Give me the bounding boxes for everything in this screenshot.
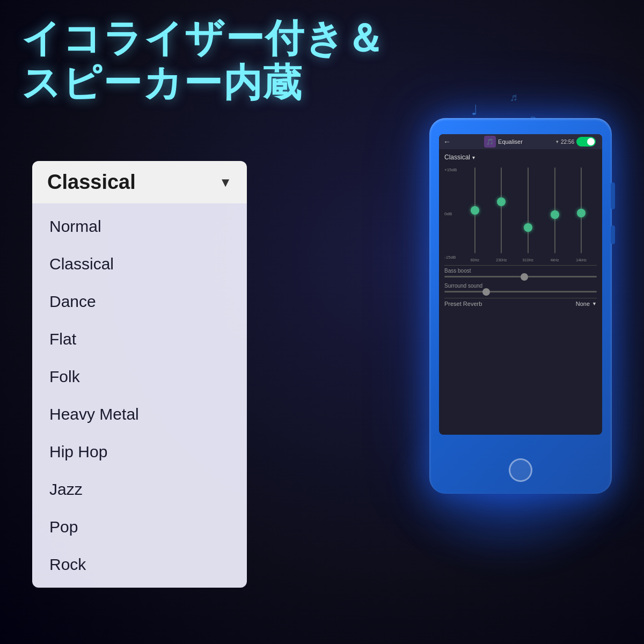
wifi-icon: ▾ (556, 139, 559, 144)
eq-track-5 (581, 167, 582, 253)
device-screen: ← 🎵 Equaliser ▾ 22:56 (439, 134, 602, 435)
eq-track-4 (554, 167, 555, 253)
eq-band-60hz[interactable]: 60Hz (463, 167, 487, 253)
preset-reverb-value: None (576, 301, 590, 307)
status-bar: ← 🎵 Equaliser ▾ 22:56 (439, 134, 602, 149)
eq-chart: +15dB 0dB -15dB 60Hz (444, 165, 597, 262)
music-note-4: ♬ (510, 91, 518, 104)
eq-freq-label-4: 4kHz (551, 258, 559, 262)
list-item[interactable]: Hip Hop (32, 433, 247, 471)
divider-1 (444, 265, 597, 266)
preset-reverb-arrow-icon: ▼ (592, 301, 597, 306)
surround-sound-slider[interactable] (444, 291, 597, 292)
eq-thumb-5[interactable] (577, 209, 586, 217)
app-info: 🎵 Equaliser (484, 136, 523, 148)
db-zero: 0dB (444, 211, 457, 216)
eq-band-230hz[interactable]: 230Hz (489, 167, 513, 253)
bass-boost-section: Bass boost (444, 268, 597, 277)
eq-thumb-1[interactable] (471, 206, 479, 215)
eq-bars-area: 60Hz 230Hz (447, 165, 595, 262)
eq-freq-label-2: 230Hz (496, 258, 507, 262)
list-item[interactable]: Flat (32, 320, 247, 358)
preset-arrow-icon: ▾ (472, 155, 475, 160)
status-time: 22:56 (561, 139, 574, 145)
equaliser-title: Equaliser (498, 138, 523, 145)
eq-track-3 (528, 167, 529, 253)
title-line2: スピーカー内蔵 (21, 61, 385, 105)
eq-thumb-3[interactable] (524, 223, 532, 232)
surround-sound-section: Surround sound (444, 283, 597, 292)
list-item[interactable]: Dance (32, 283, 247, 320)
list-item[interactable]: Classical (32, 245, 247, 283)
side-button-bottom[interactable] (611, 225, 615, 244)
eq-freq-label-3: 910Hz (523, 258, 533, 262)
home-button[interactable] (509, 458, 532, 482)
eq-track-1 (474, 167, 475, 253)
app-icon: 🎵 (484, 136, 496, 148)
db-minus15: -15dB (444, 255, 457, 260)
eq-band-910hz[interactable]: 910Hz (516, 167, 540, 253)
dropdown-header[interactable]: Classical ▼ (32, 161, 247, 203)
device-wrapper: ← 🎵 Equaliser ▾ 22:56 (419, 107, 623, 526)
list-item[interactable]: Folk (32, 358, 247, 396)
eq-band-14khz[interactable]: 14kHz (569, 167, 593, 253)
list-item[interactable]: Heavy Metal (32, 396, 247, 433)
equalizer-toggle[interactable] (576, 137, 596, 147)
eq-db-labels: +15dB 0dB -15dB (444, 165, 457, 262)
eq-thumb-4[interactable] (551, 210, 559, 219)
list-item[interactable]: Jazz (32, 471, 247, 508)
dropdown-container: Classical ▼ Normal Classical Dance Flat … (32, 161, 247, 588)
eq-band-4khz[interactable]: 4kHz (543, 167, 567, 253)
list-item[interactable]: Pop (32, 508, 247, 546)
preset-reverb-section[interactable]: Preset Reverb None ▼ (444, 301, 597, 307)
status-right: ▾ 22:56 (556, 137, 598, 147)
list-item[interactable]: Normal (32, 208, 247, 245)
preset-reverb-label: Preset Reverb (444, 301, 482, 307)
surround-sound-thumb[interactable] (482, 288, 490, 296)
toggle-thumb (587, 138, 595, 145)
app-icon-symbol: 🎵 (486, 138, 494, 145)
eq-thumb-2[interactable] (497, 197, 506, 206)
screen-content: Classical ▾ +15dB 0dB -15dB (439, 149, 602, 435)
device-body: ← 🎵 Equaliser ▾ 22:56 (429, 118, 612, 494)
db-plus15: +15dB (444, 167, 457, 172)
bass-boost-thumb[interactable] (521, 273, 528, 281)
eq-track-2 (501, 167, 502, 253)
divider-2 (444, 298, 597, 298)
title-section: イコライザー付き＆ スピーカー内蔵 (21, 16, 385, 105)
dropdown-selected-text: Classical (47, 171, 136, 194)
title-line1: イコライザー付き＆ (21, 16, 385, 61)
list-item[interactable]: Rock (32, 546, 247, 583)
preset-reverb-dropdown[interactable]: None ▼ (576, 301, 597, 307)
dropdown-list: Normal Classical Dance Flat Folk Heavy M… (32, 203, 247, 588)
surround-sound-label: Surround sound (444, 283, 597, 289)
preset-label: Classical (444, 153, 470, 161)
dropdown-arrow-icon: ▼ (219, 175, 232, 190)
preset-row[interactable]: Classical ▾ (444, 153, 597, 161)
back-button[interactable]: ← (443, 137, 451, 146)
bass-boost-label: Bass boost (444, 268, 597, 274)
side-button-top[interactable] (611, 182, 615, 209)
eq-freq-label-1: 60Hz (471, 258, 479, 262)
eq-freq-label-5: 14kHz (576, 258, 587, 262)
bass-boost-slider[interactable] (444, 276, 597, 277)
